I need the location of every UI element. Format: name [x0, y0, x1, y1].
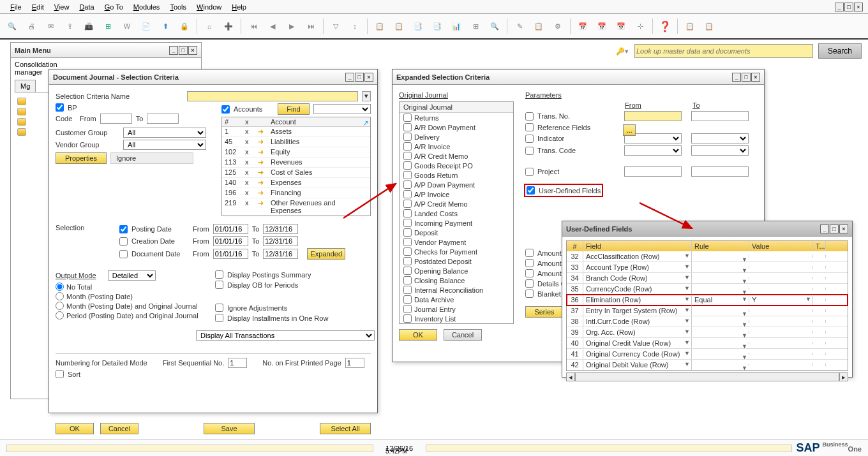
accounts-checkbox[interactable] [221, 105, 230, 114]
ignore-adj-chk[interactable] [215, 304, 223, 312]
udf-chk[interactable] [527, 186, 535, 195]
account-row[interactable]: 140x➜Expenses [222, 178, 370, 188]
udf-row[interactable]: 36Elimination (Row)▼Equal▼Y▼ [567, 295, 848, 305]
journal-item[interactable]: Incoming Payment [400, 218, 513, 228]
journal-item-chk[interactable] [403, 123, 412, 131]
journal-item[interactable]: A/R Invoice [400, 142, 513, 151]
journal-item[interactable]: Inventory List [400, 314, 513, 323]
udf-row[interactable]: 37Entry In Target System (Row)▼▼ [567, 305, 848, 316]
display-ob-chk[interactable] [215, 281, 223, 289]
doc-journal-restore[interactable]: □ [355, 73, 364, 82]
journal-item[interactable]: A/P Down Payment [400, 180, 513, 189]
ref-fields-dots-button[interactable]: ... [623, 124, 636, 136]
cal2-icon[interactable]: 📅 [595, 19, 609, 33]
udf-close[interactable]: × [839, 224, 848, 233]
bp-checkbox[interactable] [56, 103, 64, 112]
output-radio[interactable] [56, 283, 64, 291]
journal-item-chk[interactable] [403, 180, 412, 189]
sel-name-dropdown[interactable]: ▾ [362, 91, 371, 101]
amount2-chk[interactable] [525, 259, 534, 267]
first-icon[interactable]: ⏮ [246, 19, 260, 33]
udf-row[interactable]: 35CurrencyCode (Row)▼▼ [567, 284, 848, 295]
param-from-select[interactable] [624, 145, 682, 156]
branch-icon[interactable]: ⊹ [633, 19, 647, 33]
journal-item-chk[interactable] [403, 142, 412, 151]
udf-row[interactable]: 40Original Credit Value (Row)▼▼ [567, 338, 848, 349]
next-icon[interactable]: ▶ [285, 19, 299, 33]
menu-modules[interactable]: Modules [128, 2, 165, 12]
sel-name-input[interactable] [187, 91, 358, 101]
app-close-button[interactable]: × [854, 3, 863, 11]
journal-item[interactable]: A/R Credit Memo [400, 151, 513, 161]
find-button[interactable]: Find [278, 103, 310, 115]
journal-item-chk[interactable] [403, 247, 412, 256]
account-row[interactable]: 125x➜Cost of Sales [222, 168, 370, 178]
posting-date-chk[interactable] [119, 225, 128, 233]
document-to-input[interactable] [263, 249, 298, 259]
doc2-icon[interactable]: 📋 [392, 19, 406, 33]
menu-go-to[interactable]: Go To [100, 2, 128, 12]
doc5-icon[interactable]: 📊 [449, 19, 463, 33]
udf-table[interactable]: # Field Rule Value T... 32AccClassificat… [566, 240, 848, 371]
journal-item-chk[interactable] [403, 305, 412, 313]
creation-from-input[interactable] [213, 236, 248, 246]
code-to-input[interactable] [147, 114, 179, 124]
creation-to-input[interactable] [263, 236, 298, 246]
main-menu-minimize[interactable]: _ [169, 46, 178, 55]
menu-help[interactable]: Help [227, 2, 251, 12]
main-menu-close[interactable]: × [188, 46, 197, 55]
journal-item-chk[interactable] [403, 257, 412, 265]
journal-item[interactable]: Goods Receipt PO [400, 161, 513, 170]
series-button[interactable]: Series [525, 306, 564, 318]
udf-row[interactable]: 32AccClassification (Row)▼▼ [567, 251, 848, 262]
doc4-icon[interactable]: 📑 [430, 19, 444, 33]
sort-icon[interactable]: ↕ [348, 19, 362, 33]
project-to-input[interactable] [691, 166, 749, 177]
journal-item-chk[interactable] [403, 171, 412, 179]
preview-icon[interactable]: 🔍 [5, 19, 19, 33]
journal-list[interactable]: Original Journal ReturnsA/R Down Payment… [399, 101, 514, 324]
journal-item-chk[interactable] [403, 219, 412, 227]
journal-item-chk[interactable] [403, 161, 412, 170]
doc7-icon[interactable]: 🔍 [488, 19, 502, 33]
vendor-group-select[interactable]: All [123, 140, 206, 150]
cancel-button[interactable]: Cancel [100, 423, 138, 434]
msg2-icon[interactable]: 📋 [702, 19, 716, 33]
master-search-input[interactable] [634, 44, 813, 58]
blanket-chk[interactable] [525, 290, 534, 298]
account-row[interactable]: 1x➜Assets [222, 127, 370, 137]
doc-journal-minimize[interactable]: _ [345, 73, 354, 82]
journal-item[interactable]: A/P Credit Memo [400, 199, 513, 209]
udf-row[interactable]: 34Branch Code (Row)▼▼ [567, 273, 848, 284]
journal-item-chk[interactable] [403, 152, 412, 160]
journal-item-chk[interactable] [403, 295, 412, 304]
cal1-icon[interactable]: 📅 [576, 19, 590, 33]
find-select[interactable] [313, 104, 371, 114]
details-chk[interactable] [525, 279, 534, 288]
pdf-icon[interactable]: 📄 [139, 19, 153, 33]
journal-item-chk[interactable] [403, 209, 412, 217]
project-from-input[interactable] [624, 166, 682, 177]
output-radio[interactable] [56, 302, 64, 310]
expanded-close[interactable]: × [751, 73, 760, 82]
sms-icon[interactable]: ⇪ [63, 19, 77, 33]
output-radio[interactable] [56, 292, 64, 300]
doc6-icon[interactable]: ⊞ [468, 19, 483, 33]
doc3-icon[interactable]: 📑 [411, 19, 425, 33]
journal-item-chk[interactable] [403, 238, 412, 246]
search-button[interactable]: Search [818, 43, 862, 59]
launch-icon[interactable]: ⬆ [158, 19, 172, 33]
udf-restore[interactable]: □ [830, 224, 839, 233]
document-date-chk[interactable] [119, 250, 128, 258]
app-restore-button[interactable]: □ [844, 3, 853, 11]
no-on-first-input[interactable] [345, 358, 364, 368]
add-icon[interactable]: ➕ [221, 19, 236, 33]
settings-icon[interactable]: ⚙ [551, 19, 565, 33]
journal-item[interactable]: Goods Return [400, 170, 513, 180]
expanded-ok-button[interactable]: OK [399, 329, 437, 341]
prev-icon[interactable]: ◀ [266, 19, 280, 33]
expand-icon[interactable]: ↗ [363, 119, 369, 128]
journal-item[interactable]: Internal Reconciliation [400, 285, 513, 295]
journal-item[interactable]: Data Archive [400, 295, 513, 304]
display-inst-chk[interactable] [215, 314, 223, 322]
